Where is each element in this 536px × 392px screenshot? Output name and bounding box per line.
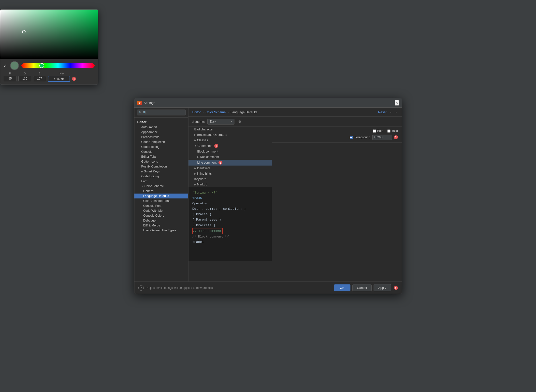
sidebar-item-code-folding[interactable]: Code Folding <box>134 144 188 149</box>
tree-item-identifiers[interactable]: ▶ Identifiers <box>188 166 272 171</box>
sidebar-item-general[interactable]: General <box>134 189 188 194</box>
tree-item-keyword[interactable]: Keyword <box>188 176 272 182</box>
checkboxes-row: Bold Italic <box>276 129 398 133</box>
code-line-operator: Operator <box>192 201 268 206</box>
sidebar-item-color-scheme[interactable]: ▼ Color Scheme <box>134 184 188 189</box>
dialog-title: Settings <box>144 101 155 105</box>
fg-row: Foreground 3 <box>276 135 398 140</box>
code-line-number: 12345 <box>192 196 268 201</box>
breadcrumb-color-scheme[interactable]: Color Scheme <box>205 110 226 114</box>
app-icon: ⚙ <box>137 101 142 105</box>
forward-button[interactable]: → <box>394 110 398 114</box>
sidebar: Editor Auto Import Appearance Breadcrumb… <box>134 108 188 281</box>
close-button[interactable]: ✕ <box>395 100 399 106</box>
bold-label: Bold <box>377 129 383 133</box>
sidebar-item-breadcrumbs[interactable]: Breadcrumbs <box>134 135 188 140</box>
sidebar-item-console[interactable]: Console <box>134 149 188 154</box>
color-controls: Bold Italic Foreground <box>272 127 402 143</box>
tree-item-bad-character[interactable]: Bad character <box>188 127 272 132</box>
sidebar-item-debugger[interactable]: Debugger <box>134 218 188 223</box>
code-line-braces: { Braces } <box>192 212 268 217</box>
code-line-dot: Dot: . comma: , semicolon: ; <box>192 206 268 212</box>
code-line-line-comment: // Line comment <box>192 228 268 234</box>
sidebar-item-language-defaults[interactable]: Language Defaults <box>134 194 188 198</box>
breadcrumb: Editor › Color Scheme › Language Default… <box>192 110 258 114</box>
sidebar-item-font[interactable]: Font <box>134 179 188 184</box>
code-line-parens: ( Parentheses ) <box>192 217 268 223</box>
scheme-bar: Scheme: Dark Light High Contrast ⚙ <box>188 117 402 127</box>
sidebar-item-code-editing[interactable]: Code Editing <box>134 174 188 179</box>
tree-item-inline-hints[interactable]: ▶ Inline hints <box>188 171 272 176</box>
sidebar-item-gutter-icons[interactable]: Gutter Icons <box>134 159 188 164</box>
tree-item-markup[interactable]: ▶ Markup <box>188 182 272 187</box>
apply-label: Apply <box>378 286 386 290</box>
tree-panel: Bad character ▶ Braces and Operators ▶ C… <box>188 127 272 281</box>
sidebar-item-console-font[interactable]: Console Font <box>134 203 188 208</box>
code-line-string: 'String \n\?' <box>192 190 268 196</box>
back-button[interactable]: ← <box>390 110 393 114</box>
italic-label: Italic <box>391 129 398 133</box>
preview-area: 'String \n\?' 12345 Operator Dot: . comm… <box>188 187 272 261</box>
sidebar-item-postfix-completion[interactable]: Postfix Completion <box>134 164 188 169</box>
sidebar-item-console-colors[interactable]: Console Colors <box>134 213 188 218</box>
tree-item-classes[interactable]: ▶ Classes <box>188 138 272 143</box>
ok-button[interactable]: OK <box>334 284 350 291</box>
sidebar-item-user-defined-file-types[interactable]: User-Defined File Types <box>134 228 188 233</box>
sidebar-item-appearance[interactable]: Appearance <box>134 130 188 135</box>
line-comment-badge: 2 <box>218 161 222 165</box>
sidebar-section-header: Editor <box>134 119 188 125</box>
sidebar-item-code-completion[interactable]: Code Completion <box>134 140 188 144</box>
sidebar-content: Editor Auto Import Appearance Breadcrumb… <box>134 118 188 281</box>
reset-button[interactable]: Reset <box>378 110 387 114</box>
scheme-select-wrap: Dark Light High Contrast <box>207 119 234 125</box>
dialog-body: Editor Auto Import Appearance Breadcrumb… <box>134 108 402 281</box>
breadcrumb-current: Language Defaults <box>231 110 257 114</box>
sidebar-item-diff-merge[interactable]: Diff & Merge <box>134 223 188 228</box>
bold-checkbox-label[interactable]: Bold <box>373 129 383 133</box>
breadcrumb-bar: Editor › Color Scheme › Language Default… <box>188 108 402 117</box>
foreground-checkbox[interactable] <box>350 136 353 139</box>
tree-item-line-comment[interactable]: Line comment 2 <box>188 160 272 166</box>
foreground-label: Foreground <box>354 136 370 139</box>
scheme-select[interactable]: Dark Light High Contrast <box>207 119 234 125</box>
title-bar: ⚙ Settings ✕ <box>134 98 402 108</box>
sidebar-item-editor-tabs[interactable]: Editor Tabs <box>134 154 188 159</box>
foreground-checkbox-label[interactable]: Foreground <box>350 136 370 139</box>
settings-dialog: ⚙ Settings ✕ Editor Auto Import Appearan… <box>134 98 402 294</box>
code-line-label: :Label <box>192 239 268 245</box>
search-input[interactable] <box>137 110 186 115</box>
sidebar-item-color-scheme-font[interactable]: Color Scheme Font <box>134 198 188 203</box>
tree-item-block-comment[interactable]: Block comment <box>188 149 272 154</box>
bottom-hint: Project-level settings will be applied t… <box>146 286 213 290</box>
tree-item-doc-comment[interactable]: ▶ Doc comment <box>188 154 272 160</box>
apply-badge: 5 <box>394 286 398 290</box>
cancel-button[interactable]: Cancel <box>352 284 372 291</box>
hex-value-input[interactable] <box>372 135 392 140</box>
sidebar-item-code-with-me[interactable]: Code With Me <box>134 208 188 213</box>
comments-badge: 1 <box>214 144 218 148</box>
bottom-buttons: OK Cancel Apply 5 <box>334 284 398 291</box>
scheme-label: Scheme: <box>192 120 205 124</box>
main-content: Editor › Color Scheme › Language Default… <box>188 108 402 281</box>
help-button[interactable]: ? <box>138 285 144 291</box>
italic-checkbox[interactable] <box>387 129 391 133</box>
hex-input-wrap: 3 <box>372 135 398 140</box>
right-panel: Bold Italic Foreground <box>272 127 402 281</box>
gear-button[interactable]: ⚙ <box>237 119 243 125</box>
italic-checkbox-label[interactable]: Italic <box>387 129 398 133</box>
foreground-badge: 3 <box>394 135 398 139</box>
bottom-bar: ? Project-level settings will be applied… <box>134 281 402 294</box>
sidebar-item-smart-keys[interactable]: ▶ Smart Keys <box>134 169 188 174</box>
search-bar <box>134 108 188 118</box>
bold-checkbox[interactable] <box>373 129 376 133</box>
code-preview: 'String \n\?' 12345 Operator Dot: . comm… <box>188 187 272 248</box>
content-split: Bad character ▶ Braces and Operators ▶ C… <box>188 127 402 281</box>
nav-arrows: ← → <box>390 110 398 114</box>
tree-item-braces-operators[interactable]: ▶ Braces and Operators <box>188 132 272 138</box>
sidebar-item-auto-import[interactable]: Auto Import <box>134 125 188 130</box>
tree-item-comments[interactable]: ▼ Comments 1 <box>188 143 272 149</box>
code-line-block-comment: /* Block comment */ <box>192 234 268 239</box>
breadcrumb-editor[interactable]: Editor <box>192 110 201 114</box>
code-line-brackets: [ Brackets ] <box>192 223 268 228</box>
apply-button[interactable]: Apply <box>374 284 391 291</box>
